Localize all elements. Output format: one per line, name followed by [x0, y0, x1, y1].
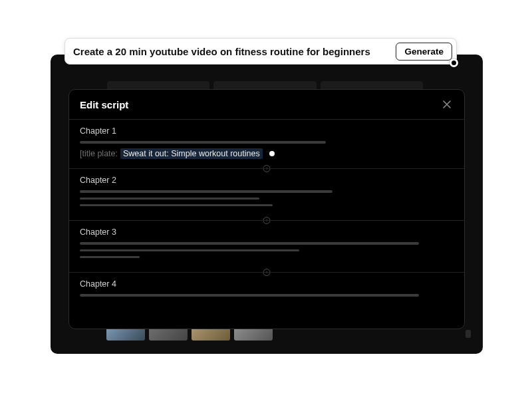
- prompt-input[interactable]: Create a 20 min youtube video on fitness…: [73, 46, 389, 57]
- chapters-list: Chapter 1[title plate:Sweat it out: Simp…: [69, 119, 464, 311]
- chapter-label: Chapter 1: [80, 126, 454, 136]
- app-stage: Edit script Chapter 1[title plate:Sweat …: [51, 55, 483, 354]
- script-line-placeholder[interactable]: [80, 294, 419, 297]
- cursor-icon: [450, 59, 458, 67]
- script-line-placeholder[interactable]: [80, 249, 299, 251]
- chapter-label: Chapter 3: [80, 227, 454, 237]
- generate-button[interactable]: Generate: [396, 43, 452, 61]
- text-cursor-icon: [268, 150, 276, 158]
- script-line-placeholder[interactable]: [80, 242, 419, 245]
- title-plate-row[interactable]: [title plate:Sweat it out: Simple workou…: [80, 148, 454, 159]
- close-icon[interactable]: [440, 98, 454, 111]
- script-line-placeholder[interactable]: [80, 256, 140, 258]
- chapter-label: Chapter 2: [80, 176, 454, 185]
- chapter: Chapter 2+: [69, 168, 464, 220]
- title-plate-prefix: [title plate:: [80, 149, 118, 158]
- modal-header: Edit script: [69, 90, 464, 119]
- edit-script-modal: Edit script Chapter 1[title plate:Sweat …: [68, 89, 465, 329]
- chapter: Chapter 4: [69, 272, 464, 311]
- script-line-placeholder[interactable]: [80, 198, 259, 200]
- chapter: Chapter 3+: [69, 220, 464, 272]
- chapter-label: Chapter 4: [80, 279, 454, 289]
- modal-title: Edit script: [80, 99, 128, 110]
- title-plate-text[interactable]: Sweat it out: Simple workout routines: [120, 148, 263, 159]
- chapter: Chapter 1[title plate:Sweat it out: Simp…: [69, 119, 464, 168]
- script-line-placeholder[interactable]: [80, 141, 326, 144]
- scrollbar-hint: [466, 330, 471, 338]
- script-line-placeholder[interactable]: [80, 204, 273, 206]
- script-line-placeholder[interactable]: [80, 190, 332, 193]
- prompt-bar: Create a 20 min youtube video on fitness…: [65, 38, 457, 65]
